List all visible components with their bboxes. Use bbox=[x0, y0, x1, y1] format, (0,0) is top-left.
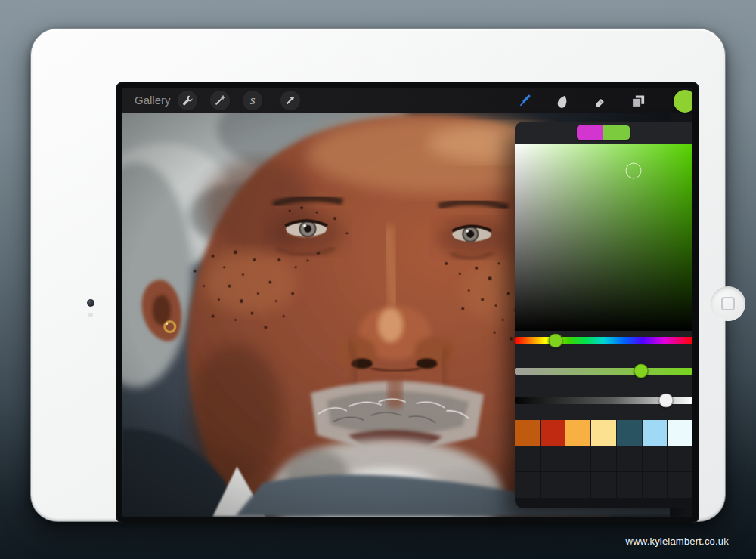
empty-swatch[interactable] bbox=[565, 472, 590, 498]
watermark: www.kylelambert.co.uk bbox=[626, 536, 729, 547]
saturation-slider-knob[interactable] bbox=[634, 364, 648, 378]
palette-swatch[interactable] bbox=[643, 420, 668, 446]
hue-slider[interactable] bbox=[515, 337, 692, 344]
saturation-slider[interactable] bbox=[515, 368, 692, 375]
empty-swatch[interactable] bbox=[668, 472, 692, 498]
picker-cursor[interactable] bbox=[626, 162, 642, 178]
wand-icon bbox=[214, 94, 226, 107]
empty-swatch[interactable] bbox=[617, 472, 642, 498]
transform-arrow-icon bbox=[284, 94, 296, 107]
eraser-icon bbox=[592, 94, 607, 109]
empty-swatch[interactable] bbox=[515, 446, 540, 471]
empty-swatch-grid bbox=[515, 446, 692, 508]
current-color-swatch[interactable] bbox=[603, 125, 630, 140]
empty-swatch[interactable] bbox=[591, 472, 616, 498]
empty-swatch[interactable] bbox=[541, 446, 565, 471]
layers-icon bbox=[631, 94, 646, 109]
select-button[interactable]: S bbox=[243, 91, 262, 110]
palette-swatch[interactable] bbox=[541, 420, 565, 446]
smudge-icon bbox=[554, 94, 569, 109]
empty-swatch[interactable] bbox=[591, 446, 616, 471]
palette-swatch[interactable] bbox=[668, 420, 692, 446]
smudge-tool-button[interactable] bbox=[553, 92, 571, 110]
empty-swatch[interactable] bbox=[643, 472, 668, 498]
empty-swatch[interactable] bbox=[541, 472, 565, 498]
palette-swatch[interactable] bbox=[591, 420, 616, 446]
palette-swatch-row bbox=[515, 420, 692, 446]
transform-button[interactable] bbox=[280, 91, 300, 110]
top-toolbar: Gallery S bbox=[122, 88, 692, 113]
svg-text:S: S bbox=[250, 95, 256, 107]
layers-button[interactable] bbox=[629, 92, 647, 110]
palette-swatch[interactable] bbox=[515, 420, 540, 446]
wrench-icon bbox=[181, 94, 194, 107]
home-button[interactable] bbox=[711, 286, 745, 321]
palette-swatch[interactable] bbox=[617, 420, 642, 446]
gallery-button[interactable]: Gallery bbox=[135, 88, 171, 113]
light-sensor-icon bbox=[88, 313, 93, 317]
recent-colors-pill[interactable] bbox=[577, 125, 630, 140]
empty-swatch[interactable] bbox=[617, 446, 642, 471]
hue-slider-knob[interactable] bbox=[549, 334, 563, 348]
paintbrush-icon bbox=[516, 94, 531, 109]
brightness-slider-knob[interactable] bbox=[658, 394, 673, 408]
paint-tool-button[interactable] bbox=[515, 92, 533, 110]
adjustments-button[interactable] bbox=[210, 91, 230, 110]
empty-swatch[interactable] bbox=[515, 472, 540, 498]
saturation-brightness-picker[interactable] bbox=[515, 144, 692, 331]
empty-swatch[interactable] bbox=[668, 446, 692, 471]
front-camera-icon bbox=[87, 299, 94, 307]
color-panel bbox=[515, 122, 692, 508]
empty-swatch[interactable] bbox=[565, 446, 590, 471]
erase-tool-button[interactable] bbox=[590, 92, 609, 110]
procreate-app: Gallery S bbox=[122, 88, 692, 517]
ipad-screen: Gallery S bbox=[116, 82, 699, 523]
ipad-device: Gallery S bbox=[30, 28, 726, 522]
palette-swatch[interactable] bbox=[565, 420, 590, 446]
home-square-icon bbox=[721, 297, 735, 310]
actions-button[interactable] bbox=[178, 91, 197, 110]
color-panel-header bbox=[515, 122, 692, 144]
photo-backdrop: Gallery S bbox=[0, 0, 756, 559]
select-s-icon: S bbox=[246, 94, 259, 107]
empty-swatch[interactable] bbox=[643, 446, 668, 471]
current-color-button[interactable] bbox=[674, 90, 692, 113]
previous-color-swatch[interactable] bbox=[577, 125, 603, 140]
